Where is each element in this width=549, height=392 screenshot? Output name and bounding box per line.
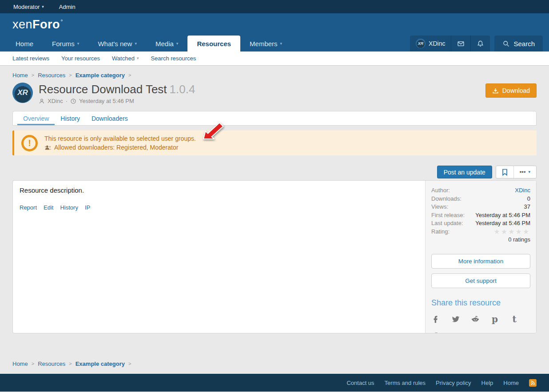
share-title: Share this resource xyxy=(431,298,530,308)
nav-label: Home xyxy=(16,40,33,48)
moderator-menu[interactable]: Moderator▾ xyxy=(13,4,44,10)
privacy-link[interactable]: Privacy policy xyxy=(436,380,471,386)
download-label: Download xyxy=(502,87,530,94)
admin-toolbar: Moderator▾ Admin xyxy=(0,0,549,13)
tumblr-icon: t xyxy=(512,315,516,324)
subnav-your-resources[interactable]: Your resources xyxy=(61,55,100,62)
breadcrumb-example-category[interactable]: Example category xyxy=(76,360,125,367)
site-header: xenForo Home Forums▾ What's new▾ Media▾ … xyxy=(0,13,549,51)
twitter-share-button[interactable] xyxy=(451,314,461,324)
breadcrumb-separator: > xyxy=(69,72,72,78)
nav-tab-members[interactable]: Members▾ xyxy=(240,36,291,51)
nav-tab-home[interactable]: Home xyxy=(6,36,43,51)
rss-button[interactable] xyxy=(529,379,537,387)
stat-author: Author:XDinc xyxy=(431,186,530,195)
stat-value: Yesterday at 5:46 PM xyxy=(475,211,530,220)
notice-line1: This resource is only available to selec… xyxy=(44,134,196,143)
stat-author-value[interactable]: XDinc xyxy=(515,186,530,195)
breadcrumb-example-category[interactable]: Example category xyxy=(76,72,125,79)
nav-label: Media xyxy=(155,40,174,48)
stat-rating: Rating:★★★★★ xyxy=(431,228,530,236)
breadcrumb-home[interactable]: Home xyxy=(12,72,28,79)
edit-link[interactable]: Edit xyxy=(44,204,53,211)
breadcrumb-resources[interactable]: Resources xyxy=(38,360,65,367)
whatsapp-share-button[interactable] xyxy=(431,331,441,333)
clock-icon xyxy=(70,98,76,104)
tab-history[interactable]: History xyxy=(55,111,86,125)
facebook-share-button[interactable] xyxy=(431,314,441,324)
link-icon xyxy=(471,332,480,333)
breadcrumb-home[interactable]: Home xyxy=(12,360,28,367)
user-icon xyxy=(39,98,45,104)
description-panel: Resource description. Report Edit Histor… xyxy=(13,181,425,333)
resource-version: 1.0.4 xyxy=(170,83,195,96)
nav-label: Members xyxy=(250,40,278,48)
breadcrumb-separator: > xyxy=(128,361,131,366)
email-share-button[interactable] xyxy=(451,331,461,333)
page-title: Resource Download Test1.0.4 xyxy=(39,83,195,96)
allowed-downloaders-text: Allowed downloaders: Registered, Moderat… xyxy=(54,143,178,152)
facebook-icon xyxy=(432,315,441,324)
chevron-down-icon: ▾ xyxy=(528,170,530,174)
history-link[interactable]: History xyxy=(60,204,78,211)
stat-label: Last update: xyxy=(431,219,463,228)
nav-tab-whats-new[interactable]: What's new▾ xyxy=(88,36,146,51)
conversations-button[interactable] xyxy=(451,36,470,51)
terms-link[interactable]: Terms and rules xyxy=(385,380,426,386)
secondary-actions: ••• ▾ xyxy=(496,166,537,178)
breadcrumb: Home > Resources > Example category > xyxy=(12,71,537,79)
post-update-button[interactable]: Post an update xyxy=(437,166,492,178)
nav-tab-media[interactable]: Media▾ xyxy=(146,36,187,51)
nav-label: Resources xyxy=(197,40,231,48)
breadcrumb-resources[interactable]: Resources xyxy=(38,72,65,79)
download-button[interactable]: Download xyxy=(485,83,537,98)
username: XDinc xyxy=(429,40,445,47)
resource-title: Resource Download Test xyxy=(39,83,167,96)
bookmark-icon xyxy=(502,169,508,176)
report-link[interactable]: Report xyxy=(20,204,37,211)
help-link[interactable]: Help xyxy=(481,380,493,386)
search-button[interactable]: Search xyxy=(494,36,543,51)
more-information-button[interactable]: More information xyxy=(431,254,530,269)
xenforo-logo[interactable]: xenForo xyxy=(12,18,63,32)
rating-stars: ★★★★★ xyxy=(494,228,530,236)
alerts-button[interactable] xyxy=(470,36,490,51)
more-options-button[interactable]: ••• ▾ xyxy=(513,166,536,178)
subnav-label: Watched xyxy=(112,55,135,62)
copy-link-share-button[interactable] xyxy=(470,331,480,333)
account-menu[interactable]: XR XDinc xyxy=(410,36,451,51)
subnav-search-resources[interactable]: Search resources xyxy=(151,55,196,62)
resource-title-block: Resource Download Test1.0.4 XDinc · Yest… xyxy=(39,83,195,107)
tab-downloaders[interactable]: Downloaders xyxy=(86,111,134,125)
resource-date[interactable]: Yesterday at 5:46 PM xyxy=(79,98,134,104)
breadcrumb-separator: > xyxy=(128,72,131,78)
site-footer: Contact us Terms and rules Privacy polic… xyxy=(0,374,549,392)
subnav-watched[interactable]: Watched▾ xyxy=(112,55,139,62)
reddit-share-button[interactable] xyxy=(470,314,480,324)
resource-header: XR Resource Download Test1.0.4 XDinc · Y… xyxy=(12,83,537,107)
pinterest-share-button[interactable]: p xyxy=(490,314,500,324)
breadcrumb-separator: > xyxy=(32,361,34,366)
resource-content: Resource description. Report Edit Histor… xyxy=(12,180,537,333)
subnav-latest-reviews[interactable]: Latest reviews xyxy=(12,55,49,62)
stat-label: Rating: xyxy=(431,228,450,236)
bookmark-button[interactable] xyxy=(496,166,513,178)
contact-us-link[interactable]: Contact us xyxy=(346,380,374,386)
tumblr-share-button[interactable]: t xyxy=(509,314,519,324)
action-row: Post an update ••• ▾ xyxy=(12,166,537,178)
search-label: Search xyxy=(513,40,535,48)
author-link[interactable]: XDinc xyxy=(48,98,63,104)
admin-link[interactable]: Admin xyxy=(59,4,76,10)
ip-link[interactable]: IP xyxy=(85,204,90,211)
resource-avatar[interactable]: XR xyxy=(12,83,33,103)
breadcrumb-bottom: Home > Resources > Example category > xyxy=(12,360,537,368)
tab-overview[interactable]: Overview xyxy=(17,111,55,125)
resource-meta: XDinc · Yesterday at 5:46 PM xyxy=(39,98,195,104)
stat-label: Downloads: xyxy=(431,195,461,203)
nav-tab-resources[interactable]: Resources xyxy=(187,36,240,51)
notice-line2: Allowed downloaders: Registered, Moderat… xyxy=(44,143,196,152)
warning-icon: ! xyxy=(21,135,38,151)
nav-tab-forums[interactable]: Forums▾ xyxy=(43,36,88,51)
home-link[interactable]: Home xyxy=(503,380,519,386)
get-support-button[interactable]: Get support xyxy=(431,273,530,288)
